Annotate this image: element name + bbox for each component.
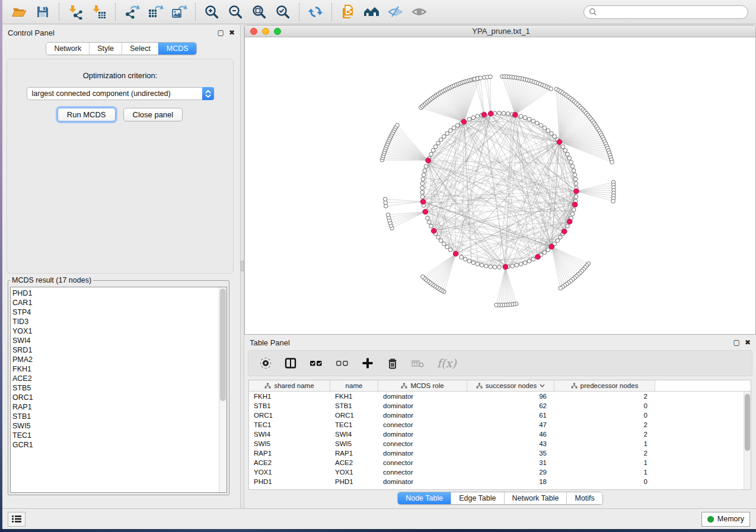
zoom-selected-icon[interactable] bbox=[274, 3, 292, 21]
network-window-titlebar[interactable]: YPA_prune.txt_1 bbox=[245, 25, 755, 37]
mcds-hub-node[interactable] bbox=[535, 254, 541, 259]
column-header-successor-nodes[interactable]: successor nodes bbox=[467, 380, 554, 391]
panel-splitter[interactable] bbox=[240, 25, 244, 508]
task-history-button[interactable] bbox=[8, 512, 25, 527]
mcds-result-item[interactable]: STB5 bbox=[11, 383, 218, 393]
mcds-result-item[interactable]: RAP1 bbox=[11, 402, 218, 412]
tab-style[interactable]: Style bbox=[89, 43, 122, 55]
mcds-result-listbox[interactable]: PHD1CAR1STP4TID3YOX1SWI4SRD1PMA2FKH1ACE2… bbox=[10, 287, 227, 493]
memory-button[interactable]: Memory bbox=[701, 512, 750, 527]
mcds-result-item[interactable]: STB1 bbox=[11, 412, 218, 421]
network-canvas[interactable] bbox=[245, 37, 755, 335]
node-table[interactable]: shared namenameMCDS rolesuccessor nodesp… bbox=[248, 380, 751, 490]
table-row[interactable]: RAP1RAP1dominator352 bbox=[249, 448, 744, 458]
search-box[interactable] bbox=[583, 5, 748, 19]
mcds-result-item[interactable]: PMA2 bbox=[11, 355, 218, 364]
mcds-result-item[interactable]: FKH1 bbox=[11, 364, 218, 374]
table-row[interactable]: PHD1PHD1dominator180 bbox=[249, 477, 744, 486]
mcds-result-item[interactable]: TEC1 bbox=[11, 431, 218, 440]
optimization-criterion-select[interactable]: largest connected component (undirected) bbox=[27, 87, 214, 100]
mcds-hub-node[interactable] bbox=[488, 111, 493, 116]
close-panel-icon[interactable]: ✖ bbox=[229, 29, 235, 36]
mcds-result-item[interactable]: SRD1 bbox=[11, 345, 218, 355]
import-table-icon[interactable] bbox=[90, 3, 108, 21]
window-minimize-icon[interactable] bbox=[262, 28, 269, 35]
tab-node-table[interactable]: Node Table bbox=[398, 492, 451, 504]
houses-icon[interactable] bbox=[363, 3, 381, 21]
delete-column-icon[interactable] bbox=[386, 357, 399, 370]
add-column-icon[interactable] bbox=[361, 357, 374, 370]
duplicate-network-icon[interactable] bbox=[339, 3, 357, 21]
close-panel-icon[interactable]: ✖ bbox=[745, 339, 751, 346]
column-header-predecessor-nodes[interactable]: predecessor nodes bbox=[554, 380, 655, 391]
mcds-hub-node[interactable] bbox=[572, 202, 578, 207]
tab-network-table[interactable]: Network Table bbox=[504, 492, 567, 504]
close-panel-button[interactable]: Close panel bbox=[123, 108, 183, 121]
mcds-result-item[interactable]: CAR1 bbox=[11, 298, 218, 307]
search-input[interactable] bbox=[597, 8, 743, 16]
save-icon[interactable] bbox=[34, 3, 52, 21]
open-file-icon[interactable] bbox=[10, 3, 28, 21]
table-row[interactable]: FKH1FKH1dominator962 bbox=[249, 392, 744, 401]
import-network-icon[interactable] bbox=[66, 3, 84, 21]
table-row[interactable]: YOX1YOX1connector291 bbox=[249, 467, 744, 477]
table-row[interactable]: SWI5SWI5connector431 bbox=[249, 439, 744, 448]
select-all-checks-icon[interactable] bbox=[309, 357, 323, 370]
zoom-in-icon[interactable] bbox=[203, 3, 221, 21]
show-eye-icon[interactable] bbox=[410, 3, 428, 21]
tab-network[interactable]: Network bbox=[46, 43, 89, 55]
mcds-result-item[interactable]: PHD1 bbox=[11, 289, 218, 298]
gear-icon[interactable] bbox=[259, 357, 272, 370]
export-network-icon[interactable] bbox=[123, 3, 141, 21]
mcds-result-item[interactable]: STP4 bbox=[11, 307, 218, 317]
mcds-hub-node[interactable] bbox=[431, 228, 436, 233]
tab-mcds[interactable]: MCDS bbox=[158, 43, 196, 55]
mcds-hub-node[interactable] bbox=[461, 119, 467, 124]
table-row[interactable]: ACE2ACE2connector311 bbox=[249, 458, 744, 467]
table-row[interactable]: ORC1ORC1dominator610 bbox=[249, 411, 744, 420]
hide-eye-icon[interactable] bbox=[387, 3, 404, 21]
mcds-hub-node[interactable] bbox=[481, 112, 487, 117]
network-graph[interactable] bbox=[245, 37, 755, 335]
table-row[interactable]: TEC1TEC1connector472 bbox=[249, 420, 744, 430]
zoom-fit-icon[interactable] bbox=[250, 3, 268, 21]
column-header-MCDS-role[interactable]: MCDS role bbox=[378, 380, 467, 391]
float-panel-icon[interactable]: ▢ bbox=[218, 29, 224, 36]
mcds-hub-node[interactable] bbox=[426, 158, 431, 164]
mcds-hub-node[interactable] bbox=[513, 112, 518, 117]
mcds-result-item[interactable]: ACE2 bbox=[11, 374, 218, 383]
mcds-result-item[interactable]: SWI4 bbox=[11, 336, 218, 345]
mcds-hub-node[interactable] bbox=[562, 229, 567, 234]
table-scrollbar[interactable] bbox=[744, 392, 751, 489]
zoom-out-icon[interactable] bbox=[227, 3, 244, 21]
mcds-result-item[interactable]: ORC1 bbox=[11, 393, 218, 402]
mcds-result-item[interactable]: TID3 bbox=[11, 317, 218, 326]
tab-motifs[interactable]: Motifs bbox=[566, 492, 602, 504]
table-row[interactable]: SWI4SWI4dominator462 bbox=[249, 430, 744, 439]
mcds-hub-node[interactable] bbox=[567, 219, 572, 225]
split-columns-icon[interactable] bbox=[284, 357, 297, 370]
tab-select[interactable]: Select bbox=[122, 43, 158, 55]
mcds-hub-node[interactable] bbox=[423, 209, 428, 214]
mcds-hub-node[interactable] bbox=[574, 189, 579, 194]
window-zoom-icon[interactable] bbox=[274, 28, 281, 35]
mcds-hub-node[interactable] bbox=[557, 139, 562, 145]
mcds-result-item[interactable]: YOX1 bbox=[11, 326, 218, 336]
mcds-hub-node[interactable] bbox=[420, 199, 426, 204]
column-header-shared-name[interactable]: shared name bbox=[249, 380, 330, 391]
tab-edge-table[interactable]: Edge Table bbox=[451, 492, 503, 504]
table-row[interactable]: STB1STB1dominator620 bbox=[249, 401, 744, 411]
mcds-hub-node[interactable] bbox=[453, 251, 458, 257]
run-mcds-button[interactable]: Run MCDS bbox=[58, 108, 116, 121]
unselect-all-checks-icon[interactable] bbox=[335, 357, 349, 370]
mcds-result-item[interactable]: SWI5 bbox=[11, 421, 218, 431]
export-image-icon[interactable] bbox=[170, 3, 188, 21]
window-close-icon[interactable] bbox=[250, 28, 257, 35]
float-panel-icon[interactable]: ▢ bbox=[733, 339, 740, 346]
mcds-result-item[interactable]: GCR1 bbox=[11, 440, 218, 450]
mcds-hub-node[interactable] bbox=[503, 264, 508, 270]
splitter-handle[interactable] bbox=[241, 261, 244, 271]
mcds-list-scrollbar[interactable] bbox=[219, 287, 227, 492]
export-table-icon[interactable] bbox=[146, 3, 164, 21]
refresh-icon[interactable] bbox=[307, 3, 324, 21]
